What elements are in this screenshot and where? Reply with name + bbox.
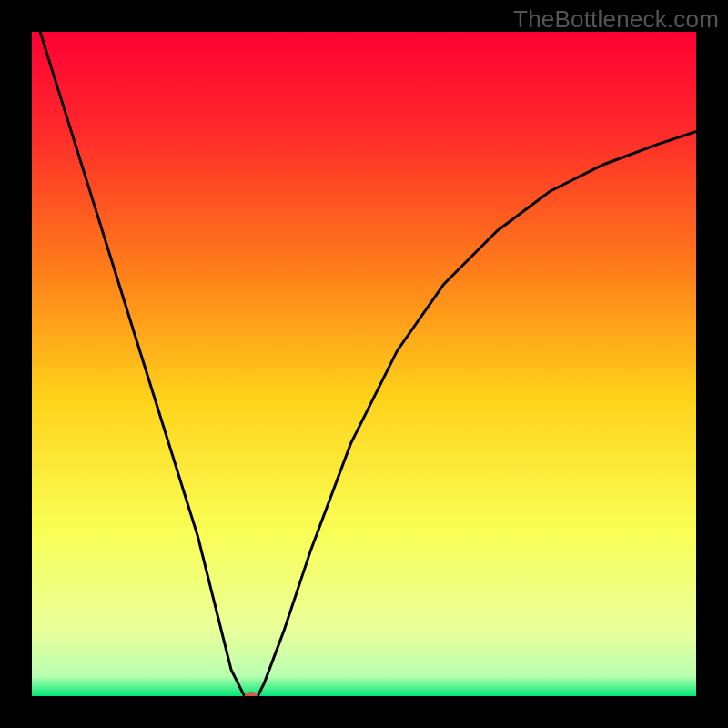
gradient-background [32, 32, 696, 696]
chart-container: TheBottleneck.com [0, 0, 728, 728]
chart-svg [32, 32, 696, 696]
watermark-text: TheBottleneck.com [513, 5, 719, 34]
plot-area [32, 32, 696, 696]
